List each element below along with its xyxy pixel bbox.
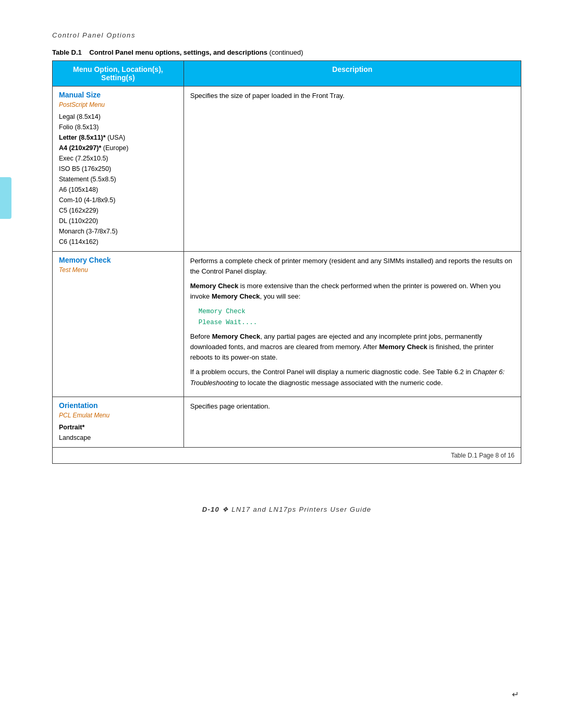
setting-item: ISO B5 (176x250) bbox=[59, 164, 177, 174]
right-cell-orientation: Specifies page orientation. bbox=[183, 397, 521, 447]
table-continued: (continued) bbox=[270, 48, 303, 56]
table-title: Table D.1 Control Panel menu options, se… bbox=[52, 48, 521, 56]
left-cell-orientation: OrientationPCL Emulat MenuPortrait*Lands… bbox=[53, 397, 184, 447]
settings-list-manual-size: Legal (8.5x14)Folio (8.5x13)Letter (8.5x… bbox=[59, 112, 177, 247]
right-cell-manual-size: Specifies the size of paper loaded in th… bbox=[183, 87, 521, 252]
main-table: Menu Option, Location(s), Setting(s) Des… bbox=[52, 60, 521, 464]
desc-mixed: If a problem occurs, the Control Panel w… bbox=[190, 367, 515, 388]
footer-doc-title: LN17 and LN17ps Printers User Guide bbox=[231, 505, 371, 513]
code-line: Please Wait.... bbox=[199, 317, 515, 328]
desc-mixed: Memory Check is more extensive than the … bbox=[190, 281, 515, 302]
setting-item: Letter (8.5x11)* (USA) bbox=[59, 132, 177, 143]
footer-separator: ❖ bbox=[222, 505, 231, 513]
setting-item: Statement (5.5x8.5) bbox=[59, 174, 177, 184]
setting-item: Exec (7.25x10.5) bbox=[59, 153, 177, 164]
desc-mixed: Before Memory Check, any partial pages a… bbox=[190, 331, 515, 363]
page-wrapper: Control Panel Options Table D.1 Control … bbox=[0, 0, 563, 728]
setting-item: A4 (210x297)* (Europe) bbox=[59, 143, 177, 153]
sub-menu-memory-check: Test Menu bbox=[59, 266, 177, 274]
setting-item: A6 (105x148) bbox=[59, 184, 177, 195]
settings-list-orientation: Portrait*Landscape bbox=[59, 422, 177, 443]
table-description: Control Panel menu options, settings, an… bbox=[89, 48, 267, 56]
table-label: Table D.1 bbox=[52, 48, 82, 56]
desc-plain: Specifies the size of paper loaded in th… bbox=[190, 91, 515, 101]
setting-item: Monarch (3-7/8x7.5) bbox=[59, 226, 177, 237]
table-footer: Table D.1 Page 8 of 16 bbox=[53, 447, 521, 463]
left-cell-memory-check: Memory CheckTest Menu bbox=[53, 252, 184, 397]
option-title-orientation: Orientation bbox=[59, 401, 177, 410]
setting-item: Legal (8.5x14) bbox=[59, 112, 177, 122]
setting-item: Com-10 (4-1/8x9.5) bbox=[59, 195, 177, 205]
option-title-manual-size: Manual Size bbox=[59, 91, 177, 99]
footer-area: D-10 ❖ LN17 and LN17ps Printers User Gui… bbox=[52, 505, 521, 513]
sub-menu-manual-size: PostScript Menu bbox=[59, 101, 177, 108]
desc-plain: Performs a complete check of printer mem… bbox=[190, 256, 515, 277]
setting-item: Landscape bbox=[59, 433, 177, 443]
code-line: Memory Check bbox=[199, 306, 515, 317]
setting-item: Folio (8.5x13) bbox=[59, 122, 177, 132]
setting-item: Portrait* bbox=[59, 422, 177, 433]
setting-item: DL (110x220) bbox=[59, 216, 177, 226]
chapter-header: Control Panel Options bbox=[52, 31, 521, 39]
table-row-manual-size: Manual SizePostScript MenuLegal (8.5x14)… bbox=[53, 87, 521, 252]
left-cell-manual-size: Manual SizePostScript MenuLegal (8.5x14)… bbox=[53, 87, 184, 252]
col1-header: Menu Option, Location(s), Setting(s) bbox=[53, 61, 184, 87]
col2-header: Description bbox=[183, 61, 521, 87]
option-title-memory-check: Memory Check bbox=[59, 256, 177, 264]
setting-item: C6 (114x162) bbox=[59, 237, 177, 247]
desc-plain: Specifies page orientation. bbox=[190, 401, 515, 412]
table-row-memory-check: Memory CheckTest MenuPerforms a complete… bbox=[53, 252, 521, 397]
side-tab bbox=[0, 177, 11, 219]
footer-text: D-10 ❖ LN17 and LN17ps Printers User Gui… bbox=[52, 505, 521, 513]
sub-menu-orientation: PCL Emulat Menu bbox=[59, 412, 177, 419]
footer-page-ref: D-10 bbox=[202, 505, 219, 513]
corner-mark: ↵ bbox=[512, 689, 519, 699]
table-row-orientation: OrientationPCL Emulat MenuPortrait*Lands… bbox=[53, 397, 521, 447]
right-cell-memory-check: Performs a complete check of printer mem… bbox=[183, 252, 521, 397]
code-block: Memory CheckPlease Wait.... bbox=[199, 306, 515, 329]
setting-item: C5 (162x229) bbox=[59, 205, 177, 216]
